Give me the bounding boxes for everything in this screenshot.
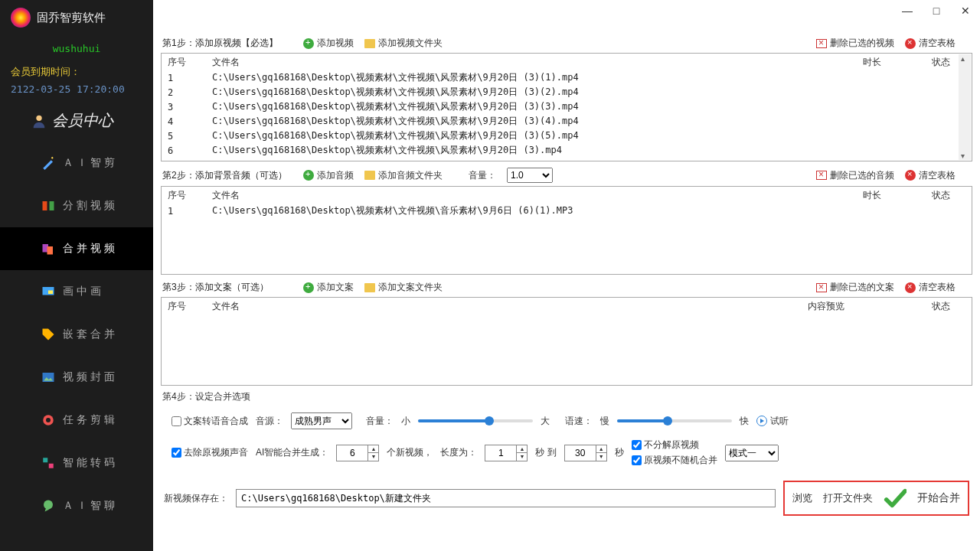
start-merge-button[interactable]: 开始合并 [917, 491, 960, 505]
svg-rect-4 [47, 246, 54, 255]
minimize-button[interactable]: — [902, 5, 913, 17]
len-min-spinner[interactable]: ▲▼ [485, 445, 528, 461]
clear-icon [905, 170, 916, 181]
audio-volume-select[interactable]: 1.0 [507, 168, 553, 183]
table-row[interactable]: 5C:\Users\gq168168\Desktop\视频素材\文件视频\风景素… [162, 129, 972, 143]
nav-ai-clip[interactable]: Ａ Ｉ 智 剪 [0, 142, 153, 184]
listen-button[interactable]: 试听 [756, 415, 789, 428]
volume-slider[interactable] [418, 419, 533, 422]
maximize-button[interactable]: □ [931, 5, 942, 17]
step2-label: 第2步：添加背景音频（可选） [162, 169, 292, 182]
svg-rect-6 [48, 291, 53, 295]
table-row[interactable]: 1C:\Users\gq168168\Desktop\视频素材\文件视频\音乐素… [162, 204, 972, 218]
voice-select[interactable]: 成熟男声 [291, 412, 352, 429]
svg-rect-10 [43, 458, 47, 462]
col-status: 状态 [910, 187, 972, 204]
split-icon [41, 199, 55, 213]
delete-selected-video-button[interactable]: 删除已选的视频 [816, 37, 894, 50]
plus-icon [303, 170, 314, 181]
table-row[interactable]: 6C:\Users\gq168168\Desktop\视频素材\文件视频\风景素… [162, 143, 972, 158]
clear-text-table-button[interactable]: 清空表格 [905, 281, 956, 294]
browse-button[interactable]: 浏览 [792, 491, 812, 505]
step2-bar: 第2步：添加背景音频（可选） 添加音频 添加音频文件夹 音量： 1.0 删除已选… [161, 165, 972, 186]
col-no: 序号 [162, 298, 206, 315]
col-duration: 时长 [834, 187, 910, 204]
output-path-input[interactable] [236, 489, 776, 507]
member-expiry-label: 会员到期时间： [0, 62, 153, 82]
tag-icon [41, 328, 55, 341]
action-box: 浏览 打开文件夹 开始合并 [783, 481, 969, 516]
audio-volume-label: 音量： [469, 169, 496, 182]
add-audio-button[interactable]: 添加音频 [303, 169, 354, 182]
voice-label: 音源： [256, 415, 283, 428]
no-random-checkbox[interactable] [632, 455, 642, 465]
nav-merge[interactable]: 合 并 视 频 [0, 227, 153, 270]
clear-video-table-button[interactable]: 清空表格 [905, 37, 956, 50]
member-center-link[interactable]: 会员中心 [0, 106, 153, 142]
delete-icon [816, 171, 827, 180]
mode-select[interactable]: 模式一 [725, 445, 779, 461]
col-filename: 文件名 [206, 54, 834, 70]
folder-icon [364, 171, 375, 180]
clear-audio-table-button[interactable]: 清空表格 [905, 169, 956, 182]
no-split-checkbox[interactable] [632, 440, 642, 450]
sidebar: 固乔智剪软件 wushuhui 会员到期时间： 2122-03-25 17:20… [0, 0, 153, 551]
nav-split[interactable]: 分 割 视 频 [0, 184, 153, 227]
member-expiry-date: 2122-03-25 17:20:00 [0, 82, 153, 106]
speed-slider[interactable] [617, 419, 732, 422]
svg-point-9 [46, 418, 51, 422]
member-avatar-icon [31, 112, 47, 129]
pip-icon [41, 285, 55, 298]
nav: Ａ Ｉ 智 剪 分 割 视 频 合 并 视 频 画 中 画 嵌 套 合 并 视 … [0, 142, 153, 527]
clear-icon [905, 38, 916, 49]
tts-checkbox[interactable] [172, 416, 181, 426]
window-controls: — □ ✕ [902, 5, 971, 17]
merge-icon [41, 242, 55, 256]
video-table: 序号 文件名 时长 状态 1C:\Users\gq168168\Desktop\… [161, 53, 972, 161]
username: wushuhui [0, 35, 153, 62]
step3-label: 第3步：添加文案（可选） [162, 281, 292, 294]
nav-ai-chat[interactable]: Ａ Ｉ 智 聊 [0, 484, 153, 527]
add-text-folder-button[interactable]: 添加文案文件夹 [364, 281, 443, 294]
svg-point-12 [44, 500, 53, 510]
add-text-button[interactable]: 添加文案 [303, 281, 354, 294]
step1-bar: 第1步：添加原视频【必选】 添加视频 添加视频文件夹 删除已选的视频 清空表格 [161, 34, 972, 53]
speed-label: 语速： [565, 415, 593, 428]
nav-cover[interactable]: 视 频 封 面 [0, 356, 153, 399]
step3-bar: 第3步：添加文案（可选） 添加文案 添加文案文件夹 删除已选的文案 清空表格 [161, 278, 972, 297]
delete-icon [816, 283, 827, 292]
col-status: 状态 [910, 298, 972, 315]
close-button[interactable]: ✕ [960, 5, 971, 17]
app-title-bar: 固乔智剪软件 [0, 0, 153, 35]
plus-icon [303, 282, 314, 293]
gen-count-spinner[interactable]: ▲▼ [336, 445, 379, 461]
add-audio-folder-button[interactable]: 添加音频文件夹 [364, 169, 443, 182]
magic-icon [41, 156, 55, 170]
nav-task[interactable]: 任 务 剪 辑 [0, 399, 153, 442]
table-row[interactable]: 1C:\Users\gq168168\Desktop\视频素材\文件视频\风景素… [162, 70, 972, 85]
nav-nest[interactable]: 嵌 套 合 并 [0, 313, 153, 356]
clear-icon [905, 282, 916, 293]
delete-selected-text-button[interactable]: 删除已选的文案 [816, 281, 894, 294]
open-folder-button[interactable]: 打开文件夹 [823, 491, 873, 505]
add-video-button[interactable]: 添加视频 [303, 37, 354, 50]
col-preview: 内容预览 [742, 298, 910, 315]
table-row[interactable]: 4C:\Users\gq168168\Desktop\视频素材\文件视频\风景素… [162, 114, 972, 129]
add-video-folder-button[interactable]: 添加视频文件夹 [364, 37, 443, 50]
app-title: 固乔智剪软件 [37, 11, 106, 25]
delete-icon [816, 39, 827, 48]
scrollbar[interactable] [959, 54, 971, 160]
transcode-icon [41, 456, 55, 470]
output-row: 新视频保存在： 浏览 打开文件夹 开始合并 [161, 473, 972, 519]
svg-rect-2 [50, 201, 54, 210]
len-label: 长度为： [440, 446, 477, 459]
nav-transcode[interactable]: 智 能 转 码 [0, 442, 153, 484]
volume-label: 音量： [366, 415, 394, 428]
table-row[interactable]: 3C:\Users\gq168168\Desktop\视频素材\文件视频\风景素… [162, 99, 972, 114]
delete-selected-audio-button[interactable]: 删除已选的音频 [816, 169, 894, 182]
table-row[interactable]: 2C:\Users\gq168168\Desktop\视频素材\文件视频\风景素… [162, 85, 972, 99]
len-max-spinner[interactable]: ▲▼ [564, 445, 607, 461]
nav-pip[interactable]: 画 中 画 [0, 270, 153, 313]
image-icon [41, 370, 55, 384]
remove-orig-audio-checkbox[interactable] [172, 448, 181, 458]
